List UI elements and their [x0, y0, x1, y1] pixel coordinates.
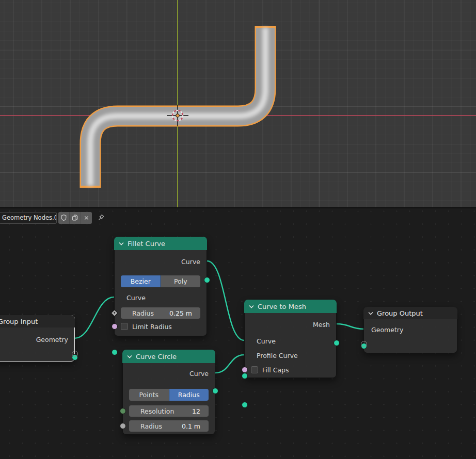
id-button-group — [58, 212, 92, 224]
socket-mesh-output[interactable] — [334, 340, 340, 346]
socket-row-curve-output: Curve — [115, 256, 207, 267]
socket-row-geometry-output: Geometry — [0, 334, 74, 345]
field-label: Resolution — [140, 407, 174, 415]
node-tree-name-field[interactable]: Geometry Nodes.001 — [0, 212, 57, 224]
pin-icon[interactable] — [97, 214, 105, 222]
socket-row-profile-curve-input: Profile Curve — [245, 350, 336, 361]
node-title: Curve Circle — [136, 353, 177, 360]
socket-curve-input[interactable] — [242, 373, 248, 379]
node-tree-id-bar: Geometry Nodes.001 — [0, 211, 105, 224]
node-fillet-curve-header[interactable]: Fillet Curve — [114, 237, 207, 250]
node-title: Group Output — [377, 309, 423, 317]
chevron-down-icon[interactable] — [119, 242, 124, 245]
socket-row-curve-input: Curve — [245, 335, 336, 347]
radius-field[interactable]: Radius 0.1 m — [129, 420, 209, 432]
fill-caps-checkbox[interactable] — [251, 366, 258, 373]
mode-button-poly[interactable]: Poly — [161, 275, 201, 287]
socket-row-geometry-input: Geometry — [364, 324, 457, 335]
node-group-input-header[interactable]: Group Input — [0, 315, 75, 327]
chevron-down-icon[interactable] — [127, 355, 132, 358]
socket-label: Profile Curve — [257, 352, 298, 359]
resolution-field[interactable]: Resolution 12 — [129, 405, 209, 417]
close-icon[interactable] — [81, 212, 92, 224]
node-group-input[interactable]: Group Input Geometry — [0, 315, 75, 362]
node-curve-circle-header[interactable]: Curve Circle — [122, 350, 215, 363]
node-group-output[interactable]: Group Output Geometry — [363, 307, 457, 353]
radius-field[interactable]: Radius 0.25 m — [121, 307, 200, 319]
mode-button-bezier[interactable]: Bezier — [121, 275, 161, 287]
field-label: Radius — [132, 309, 154, 317]
fill-caps-row: Fill Caps — [251, 364, 332, 375]
socket-fill-caps-input[interactable] — [242, 367, 248, 373]
socket-curve-input[interactable] — [112, 349, 118, 355]
socket-resolution-input[interactable] — [120, 408, 126, 414]
3d-viewport[interactable] — [0, 0, 476, 207]
socket-row-curve-output: Curve — [123, 368, 215, 379]
node-title: Fillet Curve — [128, 240, 165, 248]
node-curve-circle[interactable]: Curve Circle Curve Points Radius Resolut… — [122, 350, 215, 435]
node-fillet-curve[interactable]: Fillet Curve Curve Bezier Poly Curve Rad… — [114, 237, 207, 336]
duplicate-icon[interactable] — [69, 212, 81, 224]
socket-limit-radius-input[interactable] — [112, 323, 118, 330]
checkbox-label: Fill Caps — [262, 366, 289, 374]
link-filletcurve-curvetomesh[interactable] — [207, 261, 244, 340]
chevron-down-icon[interactable] — [249, 305, 254, 308]
socket-label: Mesh — [313, 321, 330, 329]
field-value: 0.1 m — [182, 422, 200, 430]
socket-label: Curve — [181, 258, 200, 266]
node-curve-to-mesh-header[interactable]: Curve to Mesh — [244, 300, 337, 313]
socket-row-curve-input: Curve — [115, 292, 207, 303]
field-value: 12 — [192, 407, 200, 415]
viewport-scene — [0, 0, 476, 207]
socket-profile-curve-input[interactable] — [242, 402, 248, 408]
shield-icon[interactable] — [58, 212, 69, 224]
mode-toggle: Points Radius — [129, 389, 209, 401]
chevron-down-icon[interactable] — [368, 312, 373, 315]
field-value: 0.25 m — [169, 309, 192, 317]
socket-label: Curve — [126, 294, 146, 302]
socket-curve-output[interactable] — [204, 277, 210, 283]
field-label: Radius — [140, 422, 162, 430]
limit-radius-checkbox[interactable] — [121, 323, 128, 330]
node-title: Group Input — [0, 318, 38, 325]
mode-toggle: Bezier Poly — [121, 275, 200, 287]
socket-label: Curve — [189, 370, 209, 378]
mode-button-radius[interactable]: Radius — [169, 389, 209, 401]
geometry-node-editor[interactable]: Geometry Nodes.001 — [0, 207, 476, 459]
checkbox-label: Limit Radius — [132, 323, 172, 331]
socket-label: Geometry — [36, 336, 68, 343]
socket-curve-output[interactable] — [212, 388, 218, 394]
socket-radius-input[interactable] — [120, 423, 126, 429]
socket-row-mesh-output: Mesh — [245, 319, 336, 330]
link-curvecircle-curvetomesh[interactable] — [215, 355, 244, 373]
node-group-output-header[interactable]: Group Output — [363, 307, 457, 319]
socket-virtual-output[interactable] — [72, 351, 78, 357]
mode-button-points[interactable]: Points — [129, 389, 169, 401]
link-curvetomesh-groupoutput[interactable] — [337, 324, 364, 329]
link-groupinput-filletcurve[interactable] — [74, 297, 114, 338]
socket-label: Geometry — [371, 326, 403, 334]
limit-radius-row: Limit Radius — [121, 321, 202, 332]
node-title: Curve to Mesh — [258, 303, 306, 310]
node-curve-to-mesh[interactable]: Curve to Mesh Mesh Curve Profile Curve F… — [244, 300, 337, 378]
socket-virtual-input[interactable] — [361, 341, 367, 347]
socket-label: Curve — [257, 337, 276, 345]
